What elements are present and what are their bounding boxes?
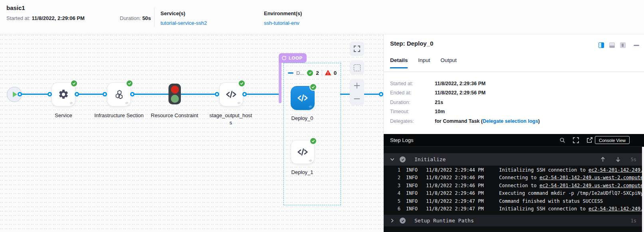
check-icon	[311, 139, 315, 143]
log-section-setup-runtime-paths[interactable]: Setup Runtime Paths 1s	[384, 215, 642, 226]
log-search-button[interactable]	[559, 137, 566, 144]
success-badge	[238, 80, 246, 87]
check-icon	[240, 82, 244, 85]
log-open-external-button[interactable]	[586, 137, 593, 144]
tab-output[interactable]: Output	[440, 57, 457, 68]
layout-split-vertical-icon[interactable]	[598, 42, 604, 48]
traffic-light-green	[171, 95, 179, 103]
tab-details[interactable]: Details	[390, 57, 408, 68]
host-link[interactable]: ec2-54-201-142-249.us-west-2.co	[589, 206, 642, 212]
step-tabs: Details Input Output	[390, 57, 457, 68]
services-block: Service(s) tutorial-service-ssh2	[161, 10, 207, 26]
log-line: 1INFO11/8/2022 2:29:44 PMInitializing SS…	[384, 166, 642, 174]
check-icon	[72, 82, 76, 85]
marquee-icon	[354, 64, 361, 71]
duration: Duration: 50s	[120, 15, 151, 21]
canvas-zoom-controls	[350, 79, 364, 105]
node-resource-constraint[interactable]	[168, 84, 181, 104]
node-service[interactable]	[52, 82, 75, 106]
section-success-icon	[400, 156, 406, 162]
duration-label: Duration:	[120, 15, 141, 21]
success-count: 2	[316, 70, 319, 76]
loop-node-label: D...	[296, 70, 304, 76]
success-badge	[70, 80, 78, 87]
host-link[interactable]: ec2-54-201-142-249.us-west-2.compute.ama…	[539, 175, 642, 180]
console-view-button[interactable]: Console View	[595, 136, 630, 144]
tab-input[interactable]: Input	[418, 57, 430, 68]
plus-icon	[354, 82, 360, 89]
zoom-out-button[interactable]	[350, 92, 364, 105]
section-name: Setup Runtime Paths	[414, 218, 474, 224]
step-logs-title: Step Logs	[390, 134, 414, 146]
success-badge	[309, 137, 317, 145]
warning-icon	[325, 70, 331, 76]
duration-value: 50s	[142, 15, 151, 21]
check-icon	[128, 82, 131, 85]
environments-block: Environment(s) ssh-tutorial-env	[264, 10, 302, 26]
layout-split-horizontal-icon[interactable]	[609, 42, 615, 48]
host-link[interactable]: ec2-54-201-142-249.us-west-2.co	[589, 167, 642, 173]
connector-ring	[103, 92, 107, 96]
divider	[322, 70, 322, 76]
node-infrastructure-section[interactable]	[107, 82, 131, 106]
node-deploy-1[interactable]	[291, 140, 315, 164]
success-badge	[309, 83, 317, 91]
node-deploy-0[interactable]	[291, 86, 315, 110]
success-badge	[126, 80, 133, 87]
canvas-select-button[interactable]	[350, 60, 364, 75]
fullscreen-icon	[573, 137, 579, 143]
code-icon	[237, 101, 241, 105]
environment-link[interactable]: ssh-tutorial-env	[264, 20, 299, 26]
arrow-up-icon[interactable]	[600, 157, 605, 162]
log-line: 4INFO11/8/2022 2:29:46 PMExecuting comma…	[384, 190, 642, 197]
pipeline-canvas[interactable]: Service Infrastructure Section Reso	[0, 34, 383, 232]
step-panel-title: Step: Deploy_0	[390, 40, 433, 47]
node-label: Deploy_1	[274, 169, 330, 176]
log-scrollbar[interactable]	[642, 147, 644, 232]
edge	[21, 94, 48, 95]
connector-ring	[48, 92, 52, 96]
chevron-down-icon	[389, 157, 395, 162]
node-label: stage_output_hosts	[208, 112, 253, 126]
edge	[246, 94, 280, 95]
log-fullscreen-button[interactable]	[573, 137, 579, 144]
delegate-selection-logs-link[interactable]: Delegate selection logs	[483, 118, 538, 124]
host-link[interactable]: ec2-54-201-142-249.us-west-2.compute.ama…	[539, 183, 642, 188]
node-stage-output-hosts[interactable]	[219, 82, 243, 106]
panel-layout-toggles	[598, 42, 626, 48]
pipeline-name: basic1	[6, 4, 25, 11]
detail-row-started: Started at: 11/8/2022, 2:29:36 PM	[390, 79, 540, 88]
node-label: Deploy_0	[274, 115, 330, 122]
loop-badge-label: LOOP	[289, 56, 303, 60]
service-link[interactable]: tutorial-service-ssh2	[161, 20, 207, 26]
success-count-icon	[307, 70, 313, 76]
edge	[134, 94, 168, 95]
code-icon	[309, 105, 312, 108]
node-label: Infrastructure Section	[91, 112, 147, 119]
detail-row-timeout: Timeout: 10m	[390, 107, 540, 117]
log-section-initialize[interactable]: Initialize 5s	[384, 153, 642, 166]
detail-row-delegates: Delegates: for Command Task (Delegate se…	[390, 116, 540, 126]
code-icon	[309, 159, 312, 162]
detail-row-ended: Ended at: 11/8/2022, 2:29:56 PM	[390, 88, 540, 98]
step-details: Started at: 11/8/2022, 2:29:36 PM Ended …	[390, 79, 540, 126]
failed-count: 0	[334, 70, 337, 76]
connector-ring	[379, 92, 383, 96]
collapse-minus-icon[interactable]	[288, 72, 293, 74]
step-logs-header: Step Logs Console View	[384, 134, 644, 147]
log-line: 6INFO11/8/2022 2:29:47 PMInitializing SS…	[384, 205, 642, 213]
layout-right-pane-icon[interactable]	[620, 42, 626, 48]
code-icon	[69, 101, 73, 105]
minus-icon	[354, 96, 360, 102]
chevron-right-icon	[389, 218, 395, 223]
started-at-label: Started at:	[6, 15, 30, 21]
loop-badge: LOOP	[279, 53, 307, 63]
canvas-fullscreen-button[interactable]	[350, 42, 364, 56]
zoom-in-button[interactable]	[350, 79, 364, 92]
panel-minimize-icon[interactable]	[634, 45, 639, 46]
arrow-down-icon[interactable]	[616, 157, 620, 162]
loop-bar	[279, 60, 281, 103]
section-duration: 5s	[631, 157, 636, 162]
detail-row-duration: Duration: 21s	[390, 98, 540, 107]
section-success-icon	[400, 218, 406, 224]
